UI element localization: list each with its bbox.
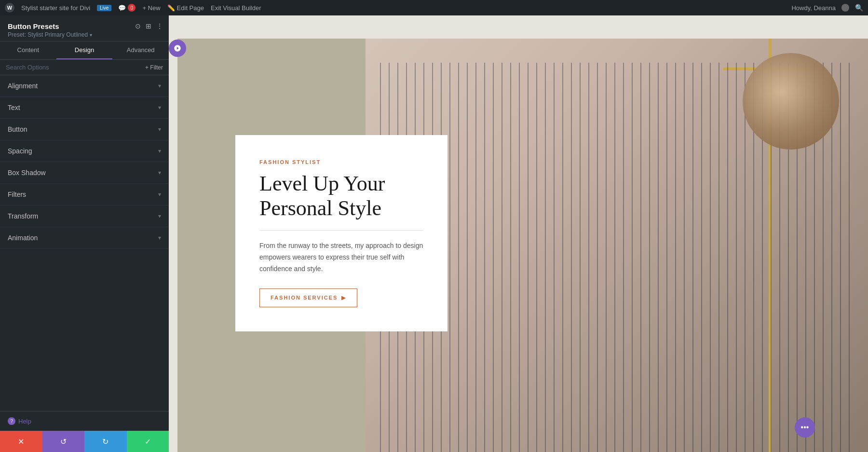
accordion-alignment-header[interactable]: Alignment ▾ (0, 75, 169, 96)
panel-subtitle: Preset: Stylist Primary Outlined ▾ (8, 31, 161, 38)
edit-page-link[interactable]: ✏️ Edit Page (167, 4, 204, 12)
hero-card: FASHION STYLIST Level Up Your Personal S… (235, 135, 448, 331)
new-link[interactable]: + New (142, 4, 160, 12)
admin-bar: W Stylist starter site for Divi Live 💬 0… (0, 0, 868, 15)
wordpress-logo-icon[interactable]: W (5, 3, 14, 13)
accordion-transform-header[interactable]: Transform ▾ (0, 205, 169, 227)
hero-title: Level Up Your Personal Style (259, 172, 423, 220)
accordion-text: Text ▾ (0, 97, 169, 119)
accordion-animation-header[interactable]: Animation ▾ (0, 227, 169, 248)
howdy-label: Howdy, Deanna (791, 4, 836, 12)
undo-icon: ↺ (60, 437, 67, 446)
save-button[interactable]: ✓ (127, 431, 169, 452)
hero-section: FASHION STYLIST Level Up Your Personal S… (177, 39, 868, 452)
more-icon[interactable]: ⋮ (156, 22, 163, 30)
accordion-button-header[interactable]: Button ▾ (0, 119, 169, 140)
chevron-down-icon: ▾ (158, 169, 161, 176)
close-button[interactable]: ✕ (0, 431, 42, 452)
chevron-down-icon: ▾ (158, 126, 161, 133)
filter-button[interactable]: + Filter (145, 64, 163, 71)
tabs: Content Design Advanced (0, 41, 169, 60)
settings-icon[interactable]: ⊙ (135, 22, 141, 30)
content-area: FASHION STYLIST Level Up Your Personal S… (169, 15, 868, 452)
grid-icon[interactable]: ⊞ (146, 22, 151, 30)
arrow-icon: ▶ (341, 295, 346, 301)
accordion-transform: Transform ▾ (0, 205, 169, 227)
close-icon: ✕ (18, 437, 24, 446)
accordion-list: Alignment ▾ Text ▾ Button ▾ Spacing (0, 75, 169, 411)
tab-design[interactable]: Design (56, 41, 113, 59)
search-bar: + Filter (0, 60, 169, 75)
site-name[interactable]: Stylist starter site for Divi (21, 4, 90, 12)
search-icon[interactable]: 🔍 (855, 4, 863, 12)
comment-count: 0 (128, 4, 136, 12)
hero-divider (259, 230, 423, 231)
divi-button[interactable] (169, 40, 186, 57)
save-icon: ✓ (145, 437, 151, 446)
hero-cta-button[interactable]: FASHION SERVICES ▶ (259, 288, 357, 307)
chevron-down-icon: ▾ (158, 104, 161, 111)
bottom-toolbar: ✕ ↺ ↻ ✓ (0, 431, 169, 452)
main-wrapper: Button Presets Preset: Stylist Primary O… (0, 15, 868, 452)
accordion-filters: Filters ▾ (0, 184, 169, 205)
comments-link[interactable]: 💬 0 (118, 4, 136, 12)
hero-eyebrow: FASHION STYLIST (259, 159, 423, 165)
hat-visual (743, 53, 839, 150)
chevron-down-icon[interactable]: ▾ (90, 32, 92, 38)
exit-builder-link[interactable]: Exit Visual Builder (211, 4, 261, 12)
chevron-down-icon: ▾ (158, 234, 161, 241)
search-input[interactable] (6, 64, 141, 71)
live-badge: Live (97, 5, 111, 11)
admin-bar-left: W Stylist starter site for Divi Live 💬 0… (5, 3, 261, 13)
comment-icon: 💬 (118, 4, 126, 12)
accordion-spacing-header[interactable]: Spacing ▾ (0, 140, 169, 162)
edit-icon: ✏️ (167, 4, 175, 12)
help-button[interactable]: ? Help (8, 417, 31, 425)
tab-content[interactable]: Content (0, 41, 56, 59)
admin-bar-right: Howdy, Deanna 🔍 (791, 4, 863, 12)
accordion-button: Button ▾ (0, 119, 169, 140)
tab-advanced[interactable]: Advanced (112, 41, 169, 59)
redo-icon: ↻ (102, 437, 108, 446)
accordion-text-header[interactable]: Text ▾ (0, 97, 169, 118)
panel-header: Button Presets Preset: Stylist Primary O… (0, 15, 169, 41)
accordion-filters-header[interactable]: Filters ▾ (0, 184, 169, 205)
chevron-down-icon: ▾ (158, 191, 161, 198)
accordion-box-shadow: Box Shadow ▾ (0, 162, 169, 184)
page-preview: FASHION STYLIST Level Up Your Personal S… (169, 15, 868, 452)
chevron-down-icon: ▾ (158, 82, 161, 89)
accordion-box-shadow-header[interactable]: Box Shadow ▾ (0, 162, 169, 183)
hero-description: From the runway to the streets, my appro… (259, 240, 423, 274)
three-dots-button[interactable]: ••• (795, 417, 815, 438)
undo-button[interactable]: ↺ (42, 431, 85, 452)
redo-button[interactable]: ↻ (84, 431, 127, 452)
accordion-spacing: Spacing ▾ (0, 140, 169, 162)
accordion-alignment: Alignment ▾ (0, 75, 169, 97)
help-icon: ? (8, 417, 15, 425)
accordion-animation: Animation ▾ (0, 227, 169, 249)
panel-header-icons: ⊙ ⊞ ⋮ (135, 22, 163, 30)
chevron-down-icon: ▾ (158, 148, 161, 154)
chevron-down-icon: ▾ (158, 213, 161, 219)
avatar[interactable] (841, 4, 849, 12)
help-section: ? Help (0, 411, 169, 431)
left-panel: Button Presets Preset: Stylist Primary O… (0, 15, 169, 452)
dots-icon: ••• (801, 423, 809, 432)
